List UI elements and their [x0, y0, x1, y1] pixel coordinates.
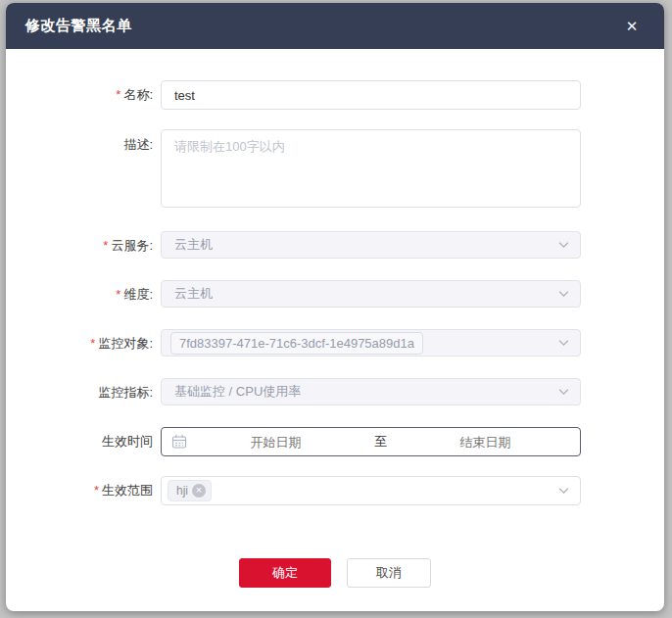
form-row-monitor-object: *监控对象: 7fd83397-471e-71c6-3dcf-1e4975a89… — [6, 329, 664, 358]
form-row-effective-time: 生效时间 至 — [6, 427, 664, 456]
form-row-cloud-service: *云服务: 云主机 — [6, 231, 664, 261]
cloud-service-label: *云服务: — [6, 231, 161, 261]
date-separator: 至 — [360, 433, 401, 451]
scope-tag-label: hji — [176, 484, 188, 498]
required-mark: * — [90, 336, 95, 351]
form-row-effective-scope: *生效范围 hji × — [6, 476, 664, 505]
required-mark: * — [116, 87, 120, 102]
name-input[interactable] — [161, 80, 581, 110]
cloud-service-value: 云主机 — [174, 236, 213, 254]
start-date-input[interactable] — [191, 435, 360, 450]
dimension-value: 云主机 — [174, 285, 213, 303]
close-icon[interactable]: ✕ — [621, 16, 643, 37]
name-label: *名称: — [6, 80, 161, 110]
form-row-description: 描述: — [6, 129, 664, 212]
dialog-body: *名称: 描述: *云服务: 云主机 — [6, 49, 664, 588]
dialog-title: 修改告警黑名单 — [25, 17, 132, 35]
cancel-button[interactable]: 取消 — [347, 558, 431, 588]
chevron-down-icon — [557, 485, 570, 498]
required-mark: * — [103, 238, 108, 253]
monitor-object-label: *监控对象: — [6, 329, 161, 358]
required-mark: * — [116, 287, 120, 302]
dimension-label: *维度: — [6, 280, 161, 309]
calendar-icon — [171, 434, 187, 450]
chevron-down-icon — [557, 337, 570, 350]
confirm-button[interactable]: 确定 — [239, 558, 331, 588]
chevron-down-icon — [557, 288, 570, 301]
description-label: 描述: — [6, 129, 161, 212]
monitor-object-select[interactable]: 7fd83397-471e-71c6-3dcf-1e4975a89d1a — [161, 329, 581, 357]
form-row-monitor-metric: 监控指标: 基础监控 / CPU使用率 — [6, 378, 664, 407]
end-date-input[interactable] — [401, 435, 570, 450]
form-row-dimension: *维度: 云主机 — [6, 280, 664, 309]
description-textarea[interactable] — [161, 129, 581, 208]
edit-alarm-blacklist-dialog: 修改告警黑名单 ✕ *名称: 描述: *云服务: — [6, 3, 664, 611]
form-row-name: *名称: — [6, 80, 664, 110]
monitor-object-tag: 7fd83397-471e-71c6-3dcf-1e4975a89d1a — [170, 332, 423, 355]
dimension-select[interactable]: 云主机 — [161, 280, 581, 308]
tag-close-icon[interactable]: × — [192, 484, 206, 498]
monitor-metric-select[interactable]: 基础监控 / CPU使用率 — [161, 378, 581, 405]
dialog-header: 修改告警黑名单 ✕ — [6, 3, 664, 49]
date-range-picker[interactable]: 至 — [161, 427, 581, 456]
chevron-down-icon — [557, 386, 570, 399]
dialog-footer: 确定 取消 — [6, 558, 664, 588]
effective-scope-select[interactable]: hji × — [161, 476, 581, 505]
scope-tag: hji × — [168, 480, 212, 501]
effective-scope-label: *生效范围 — [6, 476, 161, 505]
required-mark: * — [94, 483, 99, 498]
cloud-service-select[interactable]: 云主机 — [161, 231, 581, 259]
monitor-metric-label: 监控指标: — [6, 378, 161, 407]
monitor-metric-value: 基础监控 / CPU使用率 — [174, 383, 301, 401]
effective-time-label: 生效时间 — [6, 427, 161, 456]
chevron-down-icon — [557, 239, 570, 252]
